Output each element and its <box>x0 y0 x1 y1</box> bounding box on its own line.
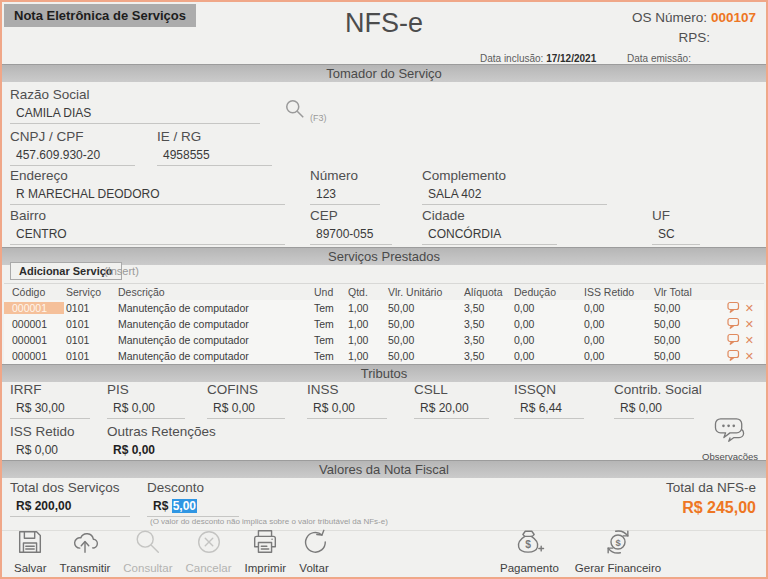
row-delete-icon[interactable]: ✕ <box>745 351 754 361</box>
row-comment-icon[interactable] <box>727 349 740 363</box>
search-icon <box>133 527 163 561</box>
iss-retido-input[interactable]: R$ 0,00 <box>10 442 88 461</box>
cell-codigo[interactable]: 000001 <box>4 318 64 330</box>
cell-servico[interactable]: 0101 <box>64 350 116 362</box>
cell-deducao[interactable]: 0,00 <box>512 350 582 362</box>
cell-qtd[interactable]: 1,00 <box>346 302 386 314</box>
cell-iss-retido[interactable]: 0,00 <box>582 334 652 346</box>
cell-servico[interactable]: 0101 <box>64 302 116 314</box>
pis-label: PIS <box>107 382 185 397</box>
row-comment-icon[interactable] <box>727 333 740 347</box>
razao-social-input[interactable]: CAMILA DIAS <box>10 105 260 124</box>
transmit-button[interactable]: Transmitir <box>60 527 111 574</box>
cell-vlr-total[interactable]: 50,00 <box>652 302 720 314</box>
complemento-field: Complemento SALA 402 <box>422 168 607 205</box>
cell-vlr-total[interactable]: 50,00 <box>652 318 720 330</box>
outras-retencoes-label: Outras Retenções <box>107 424 197 439</box>
cell-iss-retido[interactable]: 0,00 <box>582 302 652 314</box>
observacoes-button[interactable]: Observações <box>702 416 758 462</box>
contrib-social-input[interactable]: R$ 0,00 <box>614 400 694 419</box>
cell-iss-retido[interactable]: 0,00 <box>582 350 652 362</box>
bairro-input[interactable]: CENTRO <box>10 226 285 245</box>
consult-button[interactable]: Consultar <box>123 527 172 574</box>
complemento-input[interactable]: SALA 402 <box>422 186 607 205</box>
cell-codigo[interactable]: 000001 <box>4 334 64 346</box>
search-icon[interactable] <box>283 97 307 125</box>
issqn-input[interactable]: R$ 6,44 <box>514 400 584 419</box>
cell-vlr-unitario[interactable]: 50,00 <box>386 334 462 346</box>
irrf-input[interactable]: R$ 30,00 <box>10 400 90 419</box>
numero-field: Número 123 <box>310 168 380 205</box>
cnpj-input[interactable]: 457.609.930-20 <box>10 147 135 166</box>
row-comment-icon[interactable] <box>727 301 740 315</box>
cell-descricao[interactable]: Manutenção de computador <box>116 334 312 346</box>
row-delete-icon[interactable]: ✕ <box>745 303 754 313</box>
outras-retencoes-field: Outras Retenções R$ 0,00 <box>107 424 197 461</box>
cell-vlr-unitario[interactable]: 50,00 <box>386 318 462 330</box>
cell-codigo[interactable]: 000001 <box>4 350 64 362</box>
row-comment-icon[interactable] <box>727 317 740 331</box>
iss-retido-label: ISS Retido <box>10 424 88 439</box>
cell-aliquota[interactable]: 3,50 <box>462 302 512 314</box>
desconto-input[interactable]: R$ 5,00 <box>147 498 239 517</box>
cep-field: CEP 89700-055 <box>310 208 392 245</box>
service-row[interactable]: 000001 0101 Manutenção de computador Tem… <box>4 348 764 364</box>
endereco-input[interactable]: R MARECHAL DEODORO <box>10 186 285 205</box>
save-icon <box>15 527 45 561</box>
cell-und[interactable]: Tem <box>312 302 346 314</box>
cell-servico[interactable]: 0101 <box>64 334 116 346</box>
generate-financial-button[interactable]: $ Gerar Financeiro <box>575 527 661 574</box>
cofins-input[interactable]: R$ 0,00 <box>207 400 285 419</box>
service-row[interactable]: 000001 0101 Manutenção de computador Tem… <box>4 316 764 332</box>
outras-retencoes-input[interactable]: R$ 0,00 <box>107 442 197 461</box>
cell-aliquota[interactable]: 3,50 <box>462 350 512 362</box>
payment-button[interactable]: $ Pagamento <box>500 527 559 574</box>
service-row[interactable]: 000001 0101 Manutenção de computador Tem… <box>4 300 764 316</box>
cidade-input[interactable]: CONCÓRDIA <box>422 226 557 245</box>
cell-und[interactable]: Tem <box>312 318 346 330</box>
cell-qtd[interactable]: 1,00 <box>346 350 386 362</box>
cell-descricao[interactable]: Manutenção de computador <box>116 350 312 362</box>
cell-deducao[interactable]: 0,00 <box>512 334 582 346</box>
cell-qtd[interactable]: 1,00 <box>346 318 386 330</box>
tomador-search[interactable]: (F3) <box>283 97 327 125</box>
cep-label: CEP <box>310 208 392 223</box>
save-button[interactable]: Salvar <box>14 527 47 574</box>
cell-vlr-total[interactable]: 50,00 <box>652 334 720 346</box>
pis-field: PIS R$ 0,00 <box>107 382 185 419</box>
service-row[interactable]: 000001 0101 Manutenção de computador Tem… <box>4 332 764 348</box>
print-button[interactable]: Imprimir <box>245 527 287 574</box>
cell-descricao[interactable]: Manutenção de computador <box>116 302 312 314</box>
cell-vlr-total[interactable]: 50,00 <box>652 350 720 362</box>
cep-input[interactable]: 89700-055 <box>310 226 392 245</box>
cell-servico[interactable]: 0101 <box>64 318 116 330</box>
service-table-body: 000001 0101 Manutenção de computador Tem… <box>4 300 764 364</box>
pis-input[interactable]: R$ 0,00 <box>107 400 185 419</box>
cell-deducao[interactable]: 0,00 <box>512 318 582 330</box>
cell-iss-retido[interactable]: 0,00 <box>582 318 652 330</box>
ie-rg-input[interactable]: 4958555 <box>157 147 272 166</box>
inss-input[interactable]: R$ 0,00 <box>307 400 387 419</box>
row-delete-icon[interactable]: ✕ <box>745 319 754 329</box>
cnpj-field: CNPJ / CPF 457.609.930-20 <box>10 129 135 166</box>
cancel-button[interactable]: Cancelar <box>186 527 232 574</box>
uf-input[interactable]: SC <box>652 226 700 245</box>
cell-vlr-unitario[interactable]: 50,00 <box>386 350 462 362</box>
cell-aliquota[interactable]: 3,50 <box>462 318 512 330</box>
razao-social-label: Razão Social <box>10 87 260 102</box>
cell-deducao[interactable]: 0,00 <box>512 302 582 314</box>
col-descricao: Descrição <box>116 286 312 298</box>
cell-aliquota[interactable]: 3,50 <box>462 334 512 346</box>
cell-und[interactable]: Tem <box>312 334 346 346</box>
total-nfse-value: R$ 245,00 <box>666 499 756 517</box>
back-button[interactable]: Voltar <box>299 527 329 574</box>
cell-qtd[interactable]: 1,00 <box>346 334 386 346</box>
cell-codigo[interactable]: 000001 <box>4 302 64 314</box>
cell-vlr-unitario[interactable]: 50,00 <box>386 302 462 314</box>
total-nfse-label: Total da NFS-e <box>666 480 756 495</box>
row-delete-icon[interactable]: ✕ <box>745 335 754 345</box>
numero-input[interactable]: 123 <box>310 186 380 205</box>
cell-descricao[interactable]: Manutenção de computador <box>116 318 312 330</box>
cell-und[interactable]: Tem <box>312 350 346 362</box>
csll-input[interactable]: R$ 20,00 <box>414 400 489 419</box>
